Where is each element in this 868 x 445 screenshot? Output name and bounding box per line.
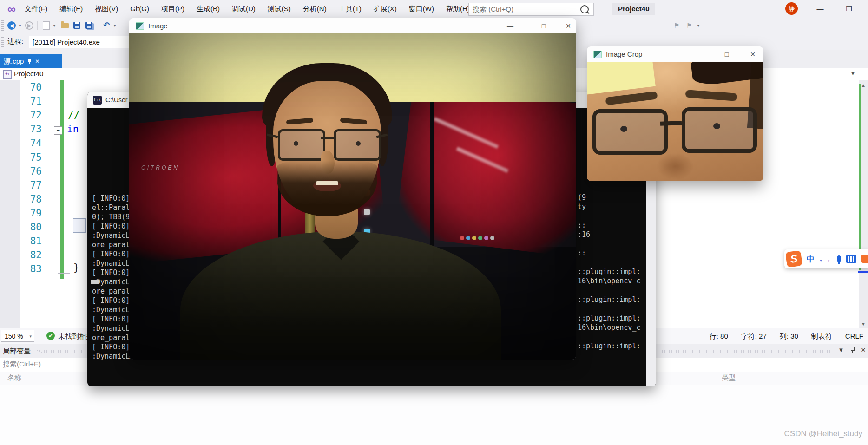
- microphone-icon[interactable]: [837, 255, 841, 262]
- indent-guide: [71, 139, 72, 259]
- clipboard-icon[interactable]: [861, 255, 868, 263]
- desktop-icon: [364, 229, 370, 235]
- process-combobox[interactable]: [20116] Project40.exe: [29, 36, 132, 48]
- menu-item[interactable]: 窗口(W): [403, 0, 440, 18]
- quick-search-box[interactable]: 搜索 (Ctrl+Q): [468, 3, 594, 16]
- menu-item[interactable]: 项目(P): [155, 0, 191, 18]
- menu-item[interactable]: 视图(V): [89, 0, 124, 18]
- maximize-button[interactable]: □: [537, 21, 551, 31]
- status-column[interactable]: 列: 30: [780, 332, 798, 341]
- new-file-button[interactable]: [41, 20, 51, 31]
- column-header-name[interactable]: 名称: [7, 373, 21, 382]
- restore-button[interactable]: ❐: [842, 4, 856, 14]
- opencv-image-window[interactable]: Image — □ ✕ CITROEN: [129, 18, 576, 360]
- toolbar-grip[interactable]: [1, 20, 4, 31]
- console-line: ore_paral: [92, 240, 130, 249]
- red-car-image-right: [395, 83, 576, 258]
- image-window-title-bar[interactable]: Image — □ ✕: [129, 18, 576, 33]
- open-file-button[interactable]: [59, 20, 70, 31]
- console-line: ty: [578, 202, 586, 211]
- code-closing-brace: }: [73, 262, 79, 273]
- glasses-bridge: [660, 121, 682, 126]
- glasses-lens: [334, 129, 381, 161]
- undo-button[interactable]: ↶: [101, 20, 112, 31]
- panel-dropdown-icon[interactable]: ▼: [836, 347, 846, 353]
- zoom-level-value: 150 %: [5, 333, 23, 340]
- navigate-back-button[interactable]: ◀: [7, 20, 17, 31]
- desktop-icon: [364, 209, 370, 215]
- scrollbar-down-icon[interactable]: ▼: [860, 321, 867, 327]
- account-avatar[interactable]: 静: [785, 2, 798, 15]
- nav-project-name[interactable]: Project40: [14, 70, 43, 78]
- collapse-region-button[interactable]: −: [54, 126, 62, 135]
- console-line: :DynamicL: [92, 231, 130, 240]
- locals-panel-body[interactable]: [0, 385, 868, 445]
- toolbar-overflow-icon[interactable]: ▾: [696, 20, 701, 31]
- health-check-icon[interactable]: ✔: [46, 332, 55, 340]
- ime-punctuation-toggle[interactable]: 。，: [820, 255, 832, 263]
- zoom-level-select[interactable]: 150 % ▾: [1, 330, 34, 342]
- maximize-button[interactable]: □: [720, 49, 734, 59]
- menu-item[interactable]: 测试(S): [262, 0, 297, 18]
- editor-glyph-margin[interactable]: [0, 80, 20, 328]
- scope-guide-line: [58, 136, 70, 274]
- column-header-type[interactable]: 类型: [722, 373, 736, 382]
- ime-toolbar[interactable]: S 中 。，: [784, 249, 868, 268]
- menu-item[interactable]: 工具(T): [333, 0, 368, 18]
- bookmark-next-icon[interactable]: ⚑: [684, 20, 694, 31]
- tab-source-cpp[interactable]: 源.cpp ✕: [0, 54, 62, 68]
- crop-window-title-bar[interactable]: Image Crop — □ ✕: [587, 46, 763, 62]
- cpp-project-icon: ++: [3, 70, 12, 79]
- line-number: 74: [21, 137, 42, 149]
- bookmark-icon[interactable]: ⚑: [671, 20, 682, 31]
- undo-dropdown-icon[interactable]: ▾: [112, 20, 117, 31]
- close-icon[interactable]: ✕: [35, 58, 39, 65]
- new-file-dropdown-icon[interactable]: ▾: [52, 20, 57, 31]
- save-all-button[interactable]: [84, 20, 94, 31]
- status-char[interactable]: 字符: 27: [741, 332, 767, 341]
- console-line: [ INFO:0]: [92, 194, 130, 203]
- minimize-button[interactable]: —: [813, 4, 827, 14]
- close-button[interactable]: ✕: [561, 21, 575, 31]
- panel-pin-icon[interactable]: [848, 347, 857, 354]
- nav-dropdown-icon[interactable]: ▼: [850, 71, 855, 76]
- console-line: ::: [578, 249, 586, 258]
- panel-close-icon[interactable]: ✕: [859, 347, 868, 353]
- line-number: 75: [21, 152, 42, 163]
- glasses-temple: [376, 134, 388, 138]
- glasses-bridge: [321, 137, 334, 139]
- menu-item[interactable]: 调试(D): [226, 0, 262, 18]
- close-button[interactable]: ✕: [746, 49, 760, 59]
- status-tabs[interactable]: 制表符: [811, 332, 832, 341]
- menu-item[interactable]: 生成(B): [191, 0, 226, 18]
- console-line: ::plugin::impl:: [578, 295, 640, 304]
- sogou-logo-icon[interactable]: S: [785, 250, 802, 267]
- locals-search-placeholder: 搜索(Ctrl+E): [3, 360, 41, 369]
- line-number: 70: [21, 82, 42, 93]
- status-eol[interactable]: CRLF: [845, 332, 863, 341]
- menu-item[interactable]: 编辑(E): [53, 0, 89, 18]
- console-line: [ INFO:0]: [92, 249, 130, 259]
- toolbar-grip[interactable]: [1, 37, 4, 47]
- menu-item[interactable]: 文件(F): [19, 0, 53, 18]
- navigate-forward-button[interactable]: ▶: [24, 20, 34, 31]
- console-line: [ INFO:0]: [92, 296, 130, 305]
- back-dropdown-icon[interactable]: ▾: [18, 20, 22, 31]
- person-hair-side: [266, 106, 278, 166]
- menu-item[interactable]: Git(G): [124, 0, 155, 18]
- menu-item[interactable]: 分析(N): [297, 0, 333, 18]
- menu-item[interactable]: 扩展(X): [368, 0, 403, 18]
- status-line[interactable]: 行: 80: [710, 332, 728, 341]
- pin-icon[interactable]: [27, 59, 32, 64]
- opencv-image-crop-window[interactable]: Image Crop — □ ✕: [587, 46, 763, 181]
- ime-mode-toggle[interactable]: 中: [807, 254, 815, 264]
- save-button[interactable]: [72, 20, 82, 31]
- column-separator[interactable]: [717, 373, 717, 384]
- minimize-button[interactable]: —: [503, 21, 517, 31]
- desktop-icon: [364, 170, 370, 176]
- person-neck: [315, 205, 358, 239]
- keyboard-icon[interactable]: [846, 255, 856, 263]
- line-number: 76: [21, 166, 42, 177]
- scrollbar-up-icon[interactable]: ▲: [860, 83, 867, 88]
- minimize-button[interactable]: —: [693, 49, 707, 59]
